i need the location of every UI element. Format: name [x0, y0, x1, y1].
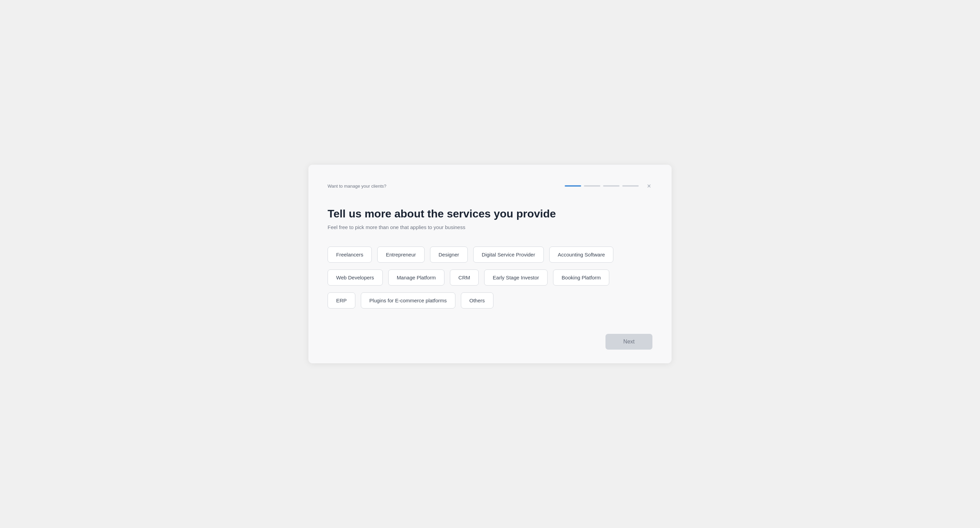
next-button[interactable]: Next: [606, 334, 652, 350]
progress-step-1: [565, 185, 581, 187]
header-left: Want to manage your clients?: [328, 184, 387, 189]
tag-others[interactable]: Others: [461, 292, 493, 309]
tag-freelancers[interactable]: Freelancers: [328, 247, 372, 263]
tag-early-stage-investor[interactable]: Early Stage Investor: [484, 270, 547, 285]
tag-designer[interactable]: Designer: [430, 247, 468, 263]
progress-steps: [565, 185, 639, 187]
tag-accounting-software[interactable]: Accounting Software: [549, 247, 614, 263]
tags-row-2: Web Developers Manage Platform CRM Early…: [328, 270, 652, 285]
tag-entrepreneur[interactable]: Entrepreneur: [377, 247, 425, 263]
progress-step-2: [584, 185, 600, 187]
header-subtitle: Want to manage your clients?: [328, 184, 387, 189]
tag-manage-platform[interactable]: Manage Platform: [388, 270, 444, 285]
close-button[interactable]: ×: [646, 181, 652, 191]
modal-container: Want to manage your clients? × Tell us m…: [309, 165, 671, 363]
tags-container: Freelancers Entrepreneur Designer Digita…: [328, 247, 652, 317]
tag-digital-service-provider[interactable]: Digital Service Provider: [473, 247, 544, 263]
page-title: Tell us more about the services you prov…: [328, 207, 652, 220]
tag-erp[interactable]: ERP: [328, 292, 355, 309]
tag-booking-platform[interactable]: Booking Platform: [553, 270, 609, 285]
tag-web-developers[interactable]: Web Developers: [328, 270, 383, 285]
modal-footer: Next: [328, 334, 652, 350]
progress-close-area: ×: [565, 181, 652, 191]
tags-row-1: Freelancers Entrepreneur Designer Digita…: [328, 247, 652, 263]
tag-plugins-ecommerce[interactable]: Plugins for E-commerce platforms: [361, 292, 455, 309]
progress-step-4: [622, 185, 639, 187]
page-subtitle: Feel free to pick more than one that app…: [328, 224, 652, 230]
modal-header: Want to manage your clients? ×: [328, 181, 652, 191]
tags-row-3: ERP Plugins for E-commerce platforms Oth…: [328, 292, 652, 309]
progress-step-3: [603, 185, 619, 187]
tag-crm[interactable]: CRM: [450, 270, 479, 285]
